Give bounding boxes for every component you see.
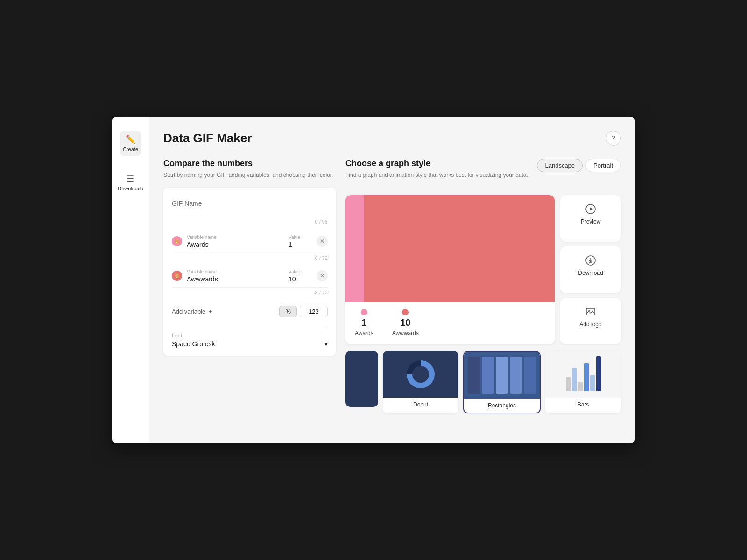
preview-label: Preview bbox=[581, 218, 601, 225]
bar-pink bbox=[345, 195, 364, 302]
variable-2-value-group: Value 10 bbox=[289, 269, 312, 283]
legend-name-2: Awwwards bbox=[392, 330, 419, 336]
variable-2-color[interactable]: 🎨 bbox=[172, 271, 182, 281]
variable-2-name-value[interactable]: Awwwards bbox=[187, 275, 284, 283]
variable-row-2: 🎨 Variable name Awwwards Value 10 ✕ bbox=[172, 265, 328, 288]
content-columns: Compare the numbers Start by naming your… bbox=[163, 159, 621, 413]
add-variable-plus-icon: ＋ bbox=[207, 307, 213, 315]
donut-ring bbox=[407, 360, 435, 388]
downloads-icon: ☰ bbox=[127, 174, 134, 184]
action-buttons: Preview Download bbox=[560, 195, 621, 344]
variable-1-fields: Variable name Awards bbox=[187, 235, 284, 248]
graph-preview: 1 Awards 10 Awwwards bbox=[345, 195, 555, 344]
preview-icon bbox=[585, 203, 596, 215]
bar-small-4 bbox=[584, 363, 589, 391]
legend-value-2: 10 bbox=[400, 317, 410, 328]
bars-thumbnail bbox=[545, 351, 621, 398]
main-content: Data GIF Maker ? Compare the numbers Sta… bbox=[149, 117, 635, 443]
variable-1-name-label: Variable name bbox=[187, 235, 284, 240]
download-card[interactable]: Download bbox=[560, 246, 621, 293]
graph-bars bbox=[345, 195, 555, 302]
bar-small-2 bbox=[572, 368, 577, 391]
add-logo-card[interactable]: Add logo bbox=[560, 298, 621, 344]
right-panel-title-group: Choose a graph style Find a graph and an… bbox=[345, 159, 528, 188]
page-title: Data GIF Maker bbox=[163, 131, 252, 146]
variable-1-value-label: Value bbox=[289, 235, 312, 240]
sidebar-item-downloads-label: Downloads bbox=[118, 186, 143, 191]
format-value-input[interactable] bbox=[300, 306, 328, 317]
font-value: Space Grotesk bbox=[172, 340, 215, 348]
font-dropdown-icon: ▾ bbox=[324, 340, 328, 348]
font-label: Font bbox=[172, 333, 328, 338]
variable-1-char-count: 6 / 72 bbox=[172, 253, 328, 265]
legend-dot-2 bbox=[402, 309, 409, 315]
font-select[interactable]: Space Grotesk ▾ bbox=[172, 340, 328, 348]
legend-item-2: 10 Awwwards bbox=[392, 309, 419, 336]
legend-value-1: 1 bbox=[361, 317, 366, 328]
gif-name-char-count: 0 / 96 bbox=[172, 219, 328, 224]
donut-hole bbox=[412, 366, 429, 383]
legend-item-1: 1 Awards bbox=[355, 309, 374, 336]
landscape-btn[interactable]: Landscape bbox=[537, 159, 583, 172]
variable-row-1: 🎨 Variable name Awards Value 1 ✕ bbox=[172, 230, 328, 253]
download-icon bbox=[585, 255, 596, 266]
sidebar: ✏️ Create ☰ Downloads bbox=[112, 117, 149, 443]
variable-2-remove-btn[interactable]: ✕ bbox=[317, 270, 328, 281]
right-panel-header: Choose a graph style Find a graph and an… bbox=[345, 159, 621, 188]
bar-small-5 bbox=[590, 375, 595, 391]
page-header: Data GIF Maker ? bbox=[163, 131, 621, 146]
bar-small-1 bbox=[566, 377, 571, 391]
variable-2-value-label: Value bbox=[289, 269, 312, 274]
rectangles-label: Rectangles bbox=[464, 399, 540, 413]
orientation-buttons: Landscape Portrait bbox=[537, 159, 621, 172]
rect-1 bbox=[468, 357, 480, 394]
font-row: Font Space Grotesk ▾ bbox=[172, 326, 328, 348]
style-card-donut[interactable]: Donut bbox=[383, 351, 458, 413]
help-button[interactable]: ? bbox=[606, 131, 621, 146]
variable-1-name-value[interactable]: Awards bbox=[187, 241, 284, 248]
variable-1-color[interactable]: 🎨 bbox=[172, 236, 182, 246]
legend-dot-1 bbox=[361, 309, 367, 315]
portrait-btn[interactable]: Portrait bbox=[585, 159, 621, 172]
variables-card: 0 / 96 🎨 Variable name Awards Value 1 bbox=[163, 188, 336, 356]
variable-2-value[interactable]: 10 bbox=[289, 275, 312, 283]
right-panel-title: Choose a graph style bbox=[345, 159, 528, 168]
download-label: Download bbox=[578, 270, 603, 276]
style-card-rectangles[interactable]: Rectangles bbox=[463, 351, 541, 413]
help-icon: ? bbox=[612, 134, 615, 142]
right-panel-subtitle: Find a graph and animation style that wo… bbox=[345, 171, 528, 179]
bars-label: Bars bbox=[545, 398, 621, 412]
preview-card[interactable]: Preview bbox=[560, 195, 621, 242]
variable-1-value-group: Value 1 bbox=[289, 235, 312, 248]
format-toggle: % bbox=[279, 306, 328, 317]
gif-name-input[interactable] bbox=[172, 196, 328, 214]
graph-legend: 1 Awards 10 Awwwards bbox=[345, 302, 555, 344]
rect-2 bbox=[482, 357, 494, 394]
style-card-partial[interactable] bbox=[345, 351, 378, 407]
donut-thumbnail bbox=[383, 351, 458, 398]
left-panel-subtitle: Start by naming your GIF, adding variabl… bbox=[163, 171, 336, 179]
app-window: ✏️ Create ☰ Downloads Data GIF Maker ? C… bbox=[112, 117, 635, 443]
preview-section: 1 Awards 10 Awwwards bbox=[345, 195, 621, 344]
bar-red bbox=[364, 195, 555, 302]
add-logo-label: Add logo bbox=[579, 321, 601, 328]
variable-1-value[interactable]: 1 bbox=[289, 241, 312, 248]
left-panel: Compare the numbers Start by naming your… bbox=[163, 159, 336, 413]
add-variable-row: Add variable ＋ % bbox=[172, 299, 328, 317]
left-panel-title: Compare the numbers bbox=[163, 159, 336, 168]
rect-4 bbox=[510, 357, 522, 394]
donut-label: Donut bbox=[383, 398, 458, 412]
add-variable-button[interactable]: Add variable ＋ bbox=[172, 307, 213, 315]
bar-small-6 bbox=[596, 356, 601, 391]
variable-2-char-count: 8 / 72 bbox=[172, 288, 328, 299]
sidebar-item-create[interactable]: ✏️ Create bbox=[120, 131, 141, 156]
format-percent-btn[interactable]: % bbox=[279, 306, 297, 317]
variable-1-color-icon: 🎨 bbox=[174, 239, 180, 244]
sidebar-item-downloads[interactable]: ☰ Downloads bbox=[115, 170, 146, 195]
legend-name-1: Awards bbox=[355, 330, 374, 336]
style-card-bars[interactable]: Bars bbox=[545, 351, 621, 413]
variable-2-color-icon: 🎨 bbox=[174, 273, 180, 279]
rect-5 bbox=[524, 357, 536, 394]
add-logo-icon bbox=[585, 306, 596, 317]
variable-1-remove-btn[interactable]: ✕ bbox=[317, 236, 328, 247]
